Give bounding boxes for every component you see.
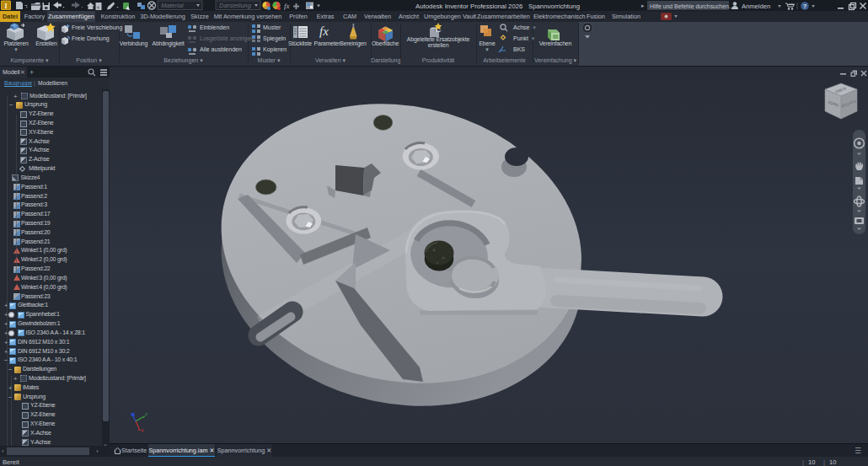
svg-text:Y: Y — [145, 412, 148, 417]
svg-text:Material: Material — [161, 2, 184, 9]
svg-text:Anmelden: Anmelden — [742, 3, 770, 10]
svg-text:fx: fx — [284, 2, 290, 10]
svg-text:?: ? — [803, 3, 807, 10]
svg-text:fx: fx — [319, 24, 329, 38]
svg-text:X: X — [141, 428, 144, 433]
svg-text:Darstellung: Darstellung — [219, 2, 252, 9]
svg-text:I: I — [4, 2, 8, 10]
